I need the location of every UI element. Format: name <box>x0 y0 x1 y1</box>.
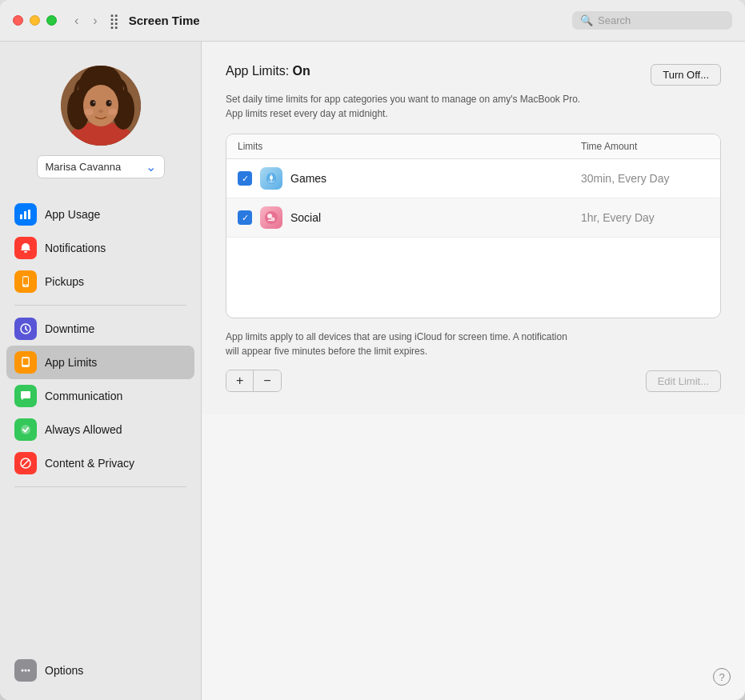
svg-point-7 <box>84 109 94 115</box>
table-header: Limits Time Amount <box>226 134 720 159</box>
back-button[interactable]: ‹ <box>70 12 83 30</box>
add-remove-buttons: + − <box>226 370 282 392</box>
sidebar-bottom: Options <box>0 646 201 700</box>
svg-point-28 <box>25 670 27 672</box>
sidebar-label-app-usage: App Usage <box>45 208 100 221</box>
sidebar-label-communication: Communication <box>45 390 122 402</box>
footnote: App limits apply to all devices that are… <box>226 330 721 358</box>
sidebar-item-app-limits[interactable]: App Limits <box>6 346 194 379</box>
sidebar-item-pickups[interactable]: Pickups <box>6 265 194 298</box>
svg-point-27 <box>22 670 24 672</box>
options-icon <box>14 659 37 682</box>
svg-rect-16 <box>28 210 30 219</box>
svg-line-26 <box>22 460 29 466</box>
svg-rect-23 <box>24 366 27 367</box>
sidebar-item-options[interactable]: Options <box>6 654 194 687</box>
checkmark-icon <box>14 418 37 441</box>
phone-icon <box>14 270 37 293</box>
sidebar-item-communication[interactable]: Communication <box>6 379 194 413</box>
nav-buttons: ‹ › <box>70 12 102 30</box>
games-checkbox[interactable]: ✓ <box>238 171 252 186</box>
svg-rect-14 <box>20 214 22 219</box>
svg-rect-15 <box>24 211 26 219</box>
section-controls: Downtime App Limits <box>6 312 194 480</box>
prohibit-icon <box>14 452 37 474</box>
window-title: Screen Time <box>129 14 200 27</box>
svg-point-31 <box>270 176 273 179</box>
edit-limit-button[interactable]: Edit Limit... <box>646 370 721 392</box>
search-input[interactable] <box>598 14 724 26</box>
sidebar-label-options: Options <box>45 664 83 677</box>
content-header: App Limits: On Turn Off... <box>226 64 721 86</box>
col-limits-header: Limits <box>238 141 581 152</box>
limits-table: Limits Time Amount ✓ <box>226 134 721 318</box>
table-row[interactable]: ✓ Social 1hr, Every Day <box>226 198 720 238</box>
user-selector[interactable]: Marisa Cavanna ⌄ <box>37 155 165 178</box>
sidebar-item-downtime[interactable]: Downtime <box>6 312 194 346</box>
svg-point-10 <box>106 100 111 106</box>
header-status: On <box>293 64 310 78</box>
grid-button[interactable]: ⣿ <box>109 12 119 30</box>
search-bar: 🔍 <box>572 11 732 30</box>
games-time: 30min, Every Day <box>581 172 709 185</box>
social-checkbox[interactable]: ✓ <box>238 210 252 225</box>
svg-point-33 <box>267 214 272 218</box>
bar-chart-icon <box>14 203 37 226</box>
action-row: + − Edit Limit... <box>226 370 721 392</box>
svg-point-9 <box>90 100 95 106</box>
sidebar-nav: App Usage Notifications <box>0 198 201 646</box>
sidebar-label-app-limits: App Limits <box>45 356 97 369</box>
games-label: Games <box>290 172 581 185</box>
timer-icon <box>14 351 37 374</box>
social-icon <box>260 206 282 229</box>
minimize-button[interactable] <box>30 15 40 26</box>
sidebar-label-notifications: Notifications <box>45 242 106 254</box>
close-button[interactable] <box>13 15 23 26</box>
clock-icon <box>14 318 37 340</box>
message-icon <box>14 385 37 407</box>
svg-rect-18 <box>23 278 28 285</box>
table-empty-area <box>226 238 720 318</box>
separator-1 <box>14 305 186 306</box>
help-button[interactable]: ? <box>713 668 731 686</box>
header-prefix: App Limits: <box>226 64 293 78</box>
sidebar-item-always-allowed[interactable]: Always Allowed <box>6 413 194 446</box>
svg-point-24 <box>21 425 30 434</box>
social-time: 1hr, Every Day <box>581 211 709 224</box>
avatar <box>61 66 141 146</box>
svg-point-29 <box>28 670 30 672</box>
user-name: Marisa Cavanna <box>46 161 122 173</box>
sidebar-label-content-privacy: Content & Privacy <box>45 457 134 470</box>
sidebar-label-always-allowed: Always Allowed <box>45 423 122 436</box>
separator-2 <box>14 486 186 487</box>
sidebar: Marisa Cavanna ⌄ App Usage <box>0 42 202 700</box>
app-limits-title: App Limits: On <box>226 64 310 78</box>
turn-off-button[interactable]: Turn Off... <box>651 64 721 86</box>
games-icon <box>260 167 282 190</box>
table-row[interactable]: ✓ Games 30min, Every Day <box>226 159 720 198</box>
maximize-button[interactable] <box>46 15 57 26</box>
traffic-lights <box>13 15 57 26</box>
svg-rect-22 <box>23 358 29 365</box>
remove-button[interactable]: − <box>254 370 280 391</box>
content-wrapper: App Limits: On Turn Off... Set daily tim… <box>202 42 745 700</box>
sidebar-label-pickups: Pickups <box>45 275 84 288</box>
sidebar-label-downtime: Downtime <box>45 322 94 335</box>
svg-point-8 <box>108 109 118 115</box>
svg-point-11 <box>93 102 94 103</box>
svg-point-12 <box>109 102 110 103</box>
titlebar: ‹ › ⣿ Screen Time 🔍 <box>0 0 745 42</box>
bell-icon <box>14 237 37 259</box>
sidebar-item-app-usage[interactable]: App Usage <box>6 198 194 231</box>
svg-point-19 <box>25 285 26 286</box>
add-button[interactable]: + <box>226 370 254 391</box>
subtitle-text: Set daily time limits for app categories… <box>226 92 721 121</box>
svg-point-13 <box>98 110 103 113</box>
col-time-header: Time Amount <box>581 141 709 152</box>
svg-point-6 <box>83 85 118 126</box>
section-main: App Usage Notifications <box>6 198 194 298</box>
forward-button[interactable]: › <box>88 12 102 30</box>
sidebar-item-content-privacy[interactable]: Content & Privacy <box>6 446 194 480</box>
sidebar-item-notifications[interactable]: Notifications <box>6 231 194 265</box>
content-area: App Limits: On Turn Off... Set daily tim… <box>202 42 745 414</box>
